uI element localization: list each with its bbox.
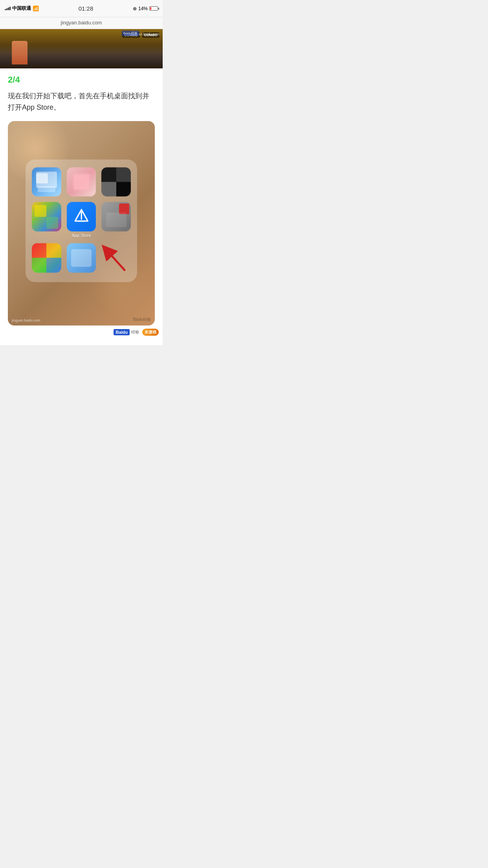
- app-folder: App Store: [26, 159, 137, 282]
- app-store-label: App Store: [72, 233, 91, 238]
- youxi-badge: 友游戏: [142, 329, 159, 336]
- app-icon-7[interactable]: [32, 243, 61, 273]
- app-store-icon[interactable]: [67, 202, 96, 232]
- baidu-logo-text: Baidu经验: [133, 317, 151, 322]
- baidu-jingyan-watermark: jingyan.baidu.com: [12, 318, 40, 322]
- baidu-exp-text: 经验: [131, 329, 139, 335]
- step-description: 现在我们开始下载吧，首先在手机桌面找到并打开App Store。: [0, 88, 163, 121]
- app-grid: App Store: [32, 167, 131, 272]
- baidu-logo-top: Baidu经验: [122, 31, 139, 36]
- url-bar[interactable]: jingyan.baidu.com: [0, 17, 163, 29]
- signal-icon: [5, 7, 11, 10]
- baidu-exp-logo: Baidu 经验: [114, 329, 139, 335]
- baidu-bottom-logo: Baidu经验: [133, 317, 151, 322]
- page-current: 2/4: [8, 75, 20, 85]
- app-icon-8[interactable]: [67, 243, 96, 273]
- status-time: 01:28: [79, 5, 94, 12]
- app-store-svg: [72, 207, 91, 226]
- main-content: COMBO COMBO jingyan.baidu.com Baidu经验 2/…: [0, 29, 163, 345]
- status-left: 中国联通 📶: [5, 5, 39, 12]
- url-text: jingyan.baidu.com: [61, 20, 102, 26]
- top-game-image: COMBO COMBO jingyan.baidu.com Baidu经验: [0, 29, 163, 68]
- screenshot-image: App Store: [8, 121, 155, 326]
- wifi-icon: 📶: [33, 6, 39, 11]
- app-icon-2[interactable]: [67, 167, 96, 197]
- app-icon-1[interactable]: [32, 167, 61, 197]
- status-right: ⊕ 14%: [133, 6, 158, 11]
- battery-percent: 14%: [138, 6, 148, 11]
- app-icon-4[interactable]: [32, 202, 61, 232]
- page-indicator: 2/4: [0, 68, 163, 88]
- status-bar: 中国联通 📶 01:28 ⊕ 14%: [0, 0, 163, 17]
- app-icon-3[interactable]: [101, 167, 131, 197]
- battery-icon: [149, 6, 158, 11]
- battery-fill: [150, 7, 151, 10]
- location-icon: ⊕: [133, 6, 137, 11]
- baidu-footer: Baidu 经验 友游戏: [0, 326, 163, 337]
- app-icon-6[interactable]: [101, 202, 131, 232]
- carrier-name: 中国联通: [12, 5, 31, 12]
- baidu-b-icon: Baidu: [114, 329, 130, 335]
- app-store-container[interactable]: App Store: [67, 202, 96, 238]
